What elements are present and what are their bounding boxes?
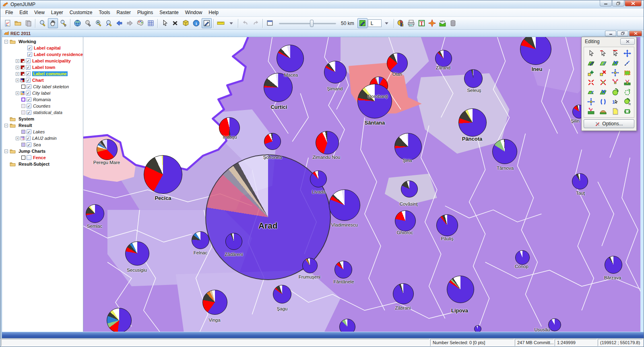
select-features-button[interactable] (160, 18, 170, 28)
tree-layer-fence[interactable]: Fence (2, 154, 83, 161)
tool-fill-polygon-icon[interactable] (597, 106, 609, 116)
editing-options-button[interactable]: Options... (584, 119, 634, 128)
pan-button[interactable] (48, 18, 58, 28)
layer-checkbox[interactable]: ✓ (26, 58, 31, 63)
tree-layer-chart[interactable]: +✓Chart (2, 77, 83, 83)
copy-datasets-button[interactable] (23, 18, 33, 28)
tool-move-with-handles-icon[interactable] (585, 97, 597, 106)
tree-layer-romania[interactable]: ✓Romania (2, 96, 83, 103)
tool-union-selected-icon[interactable] (585, 87, 597, 97)
zoom-button[interactable] (37, 18, 47, 28)
tree-layer-label-county-residence[interactable]: ✓Label county residence (2, 51, 83, 58)
tree-layer-sea[interactable]: ✓Sea (2, 141, 83, 148)
tree-expand-handle[interactable]: − (4, 124, 8, 127)
quick-edit-button[interactable] (357, 18, 367, 28)
scale-slider[interactable] (277, 19, 338, 28)
menu-tools[interactable]: Tools (96, 9, 114, 16)
zoom-to-selection-button[interactable] (104, 18, 114, 28)
tool-select-vertices-icon[interactable] (597, 48, 609, 58)
layer-checkbox[interactable]: ✓ (26, 136, 31, 141)
tool-draw-fence-icon[interactable] (621, 106, 633, 116)
layer-checkbox[interactable]: ✓ (27, 46, 32, 50)
tree-folder-system[interactable]: System (2, 116, 83, 122)
layer-checkbox[interactable]: ✓ (27, 104, 31, 108)
restore-button[interactable] (612, 0, 624, 6)
layer-checkbox[interactable]: ✓ (26, 71, 31, 76)
tree-layer-label-municipality[interactable]: +✓Label municipality (2, 58, 83, 64)
layer-checkbox[interactable]: ✓ (27, 129, 31, 134)
tree-layer-statistical-data[interactable]: ✓statistical_data (2, 109, 83, 116)
slider-thumb[interactable] (310, 20, 314, 27)
layer-checkbox[interactable]: ✓ (27, 84, 31, 89)
frame-minimize-button[interactable] (605, 31, 616, 36)
layer-checkbox[interactable]: ✓ (26, 91, 31, 96)
measure-dropdown-button[interactable] (226, 18, 236, 28)
tree-expand-handle[interactable]: + (16, 72, 19, 76)
tree-expand-handle[interactable]: + (16, 59, 19, 63)
print-button[interactable] (406, 18, 416, 28)
tree-folder-result-subject[interactable]: Result-Subject (2, 161, 83, 167)
tool-draw-freehand-icon[interactable] (621, 58, 633, 68)
text-tool-button[interactable]: T (417, 18, 427, 28)
undo-button[interactable] (240, 18, 250, 28)
tool-move-vertex-icon[interactable] (609, 68, 621, 77)
layer-checkbox[interactable]: ✓ (26, 65, 31, 70)
tool-delete-section-icon[interactable] (585, 106, 597, 116)
tool-cut-linestring-icon[interactable] (621, 77, 633, 87)
tree-folder-jump-charts[interactable]: −Jump Charts (2, 148, 83, 154)
new-task-button[interactable] (2, 18, 12, 28)
sextante-button[interactable] (427, 18, 437, 28)
tool-move-selected-items-icon[interactable] (621, 48, 633, 58)
tool-select-features-icon[interactable] (585, 48, 597, 58)
zoom-full-extent-button[interactable] (72, 18, 83, 28)
frame-restore-button[interactable] (617, 31, 628, 36)
preview-window-button[interactable] (265, 18, 275, 28)
tree-layer-label-capital[interactable]: ✓Label capital (2, 45, 83, 51)
tree-expand-handle[interactable]: + (16, 91, 19, 95)
minimize-button[interactable] (600, 0, 612, 6)
measure-button[interactable] (216, 18, 226, 28)
info-button[interactable]: i (191, 18, 201, 28)
tool-rotate-selection-icon[interactable] (609, 87, 621, 97)
tree-layer-label-town[interactable]: +✓Label town (2, 64, 83, 71)
layer-checkbox[interactable]: ✓ (27, 142, 31, 147)
menu-sextante[interactable]: Sextante (156, 9, 182, 16)
layer-checkbox[interactable]: ✓ (27, 52, 32, 57)
attribute-table-button[interactable] (146, 18, 156, 28)
layer-checkbox[interactable]: ✓ (27, 110, 31, 115)
tool-cut-polygon-icon[interactable] (609, 58, 621, 68)
tool-insert-vertex-icon[interactable] (585, 68, 597, 77)
tree-expand-handle[interactable]: − (4, 150, 8, 153)
menu-file[interactable]: File (2, 9, 16, 16)
tree-expand-handle[interactable]: + (16, 137, 19, 140)
change-styles-button[interactable] (135, 18, 145, 28)
zoom-in-button[interactable] (93, 18, 103, 28)
tool-snap-vertices-icon[interactable] (585, 77, 597, 87)
charts-button[interactable] (396, 18, 406, 28)
tree-expand-handle[interactable]: + (16, 79, 19, 82)
task-frame-titlebar[interactable]: REC 2011 (2, 30, 644, 37)
tool-draw-linestring-icon[interactable] (597, 58, 609, 68)
map-viewport[interactable]: MaceaŞimandOlariZărandIneuSeleuşDorobanţ… (83, 37, 644, 332)
tree-expand-handle[interactable]: + (16, 66, 19, 69)
tree-layer-counties[interactable]: ✓Counties (2, 103, 83, 109)
status-scale[interactable]: 1:249999 (555, 339, 597, 346)
layer-checkbox[interactable]: ✓ (26, 78, 31, 83)
tree-folder-result[interactable]: −Result (2, 122, 83, 129)
editing-toolbox-close-button[interactable] (620, 38, 635, 45)
editing-toolbox-button[interactable] (202, 18, 212, 28)
menu-window[interactable]: Window (182, 9, 206, 16)
menu-help[interactable]: Help (205, 9, 222, 16)
zoom-to-fence-button[interactable] (83, 18, 93, 28)
tree-layer-city-label[interactable]: +✓City label (2, 90, 83, 96)
tool-add-note-icon[interactable] (609, 106, 621, 116)
tool-draw-rectangle-icon[interactable] (621, 68, 633, 77)
tool-rotate-features-icon[interactable]: R (621, 97, 633, 106)
layer-combo-dropdown-button[interactable] (382, 18, 392, 28)
clear-selection-button[interactable] (170, 18, 180, 28)
tree-layer-lau2-admin[interactable]: +✓LAU2 admin (2, 135, 83, 141)
menu-edit[interactable]: Edit (16, 9, 31, 16)
tree-layer-city-label-skeleton[interactable]: ✓City label skeleton (2, 83, 83, 90)
wfs-button[interactable]: WFS (438, 18, 448, 28)
zoom-previous-button[interactable] (114, 18, 124, 28)
